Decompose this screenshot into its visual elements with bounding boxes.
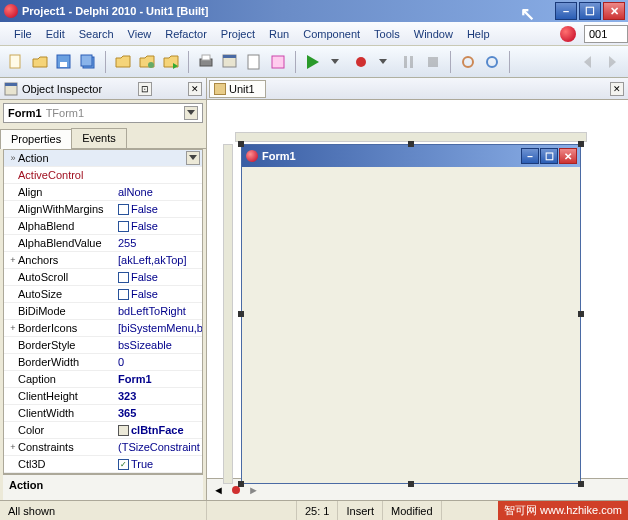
form-icon[interactable] [220, 52, 240, 72]
breakpoint-icon[interactable] [351, 52, 371, 72]
menu-component[interactable]: Component [297, 26, 366, 42]
checkbox-icon[interactable] [118, 289, 129, 300]
nav-back-icon[interactable] [578, 52, 598, 72]
menu-view[interactable]: View [122, 26, 158, 42]
pause-icon[interactable] [399, 52, 419, 72]
form-close-button[interactable]: ✕ [559, 148, 577, 164]
property-row[interactable]: BorderWidth0 [4, 354, 202, 371]
tab-properties[interactable]: Properties [0, 129, 72, 149]
nav-left-icon[interactable]: ◄ [207, 484, 230, 496]
close-button[interactable]: ✕ [603, 2, 625, 20]
property-row[interactable]: +BorderIcons[biSystemMenu,b [4, 320, 202, 337]
resize-handle[interactable] [238, 141, 244, 147]
tab-events[interactable]: Events [71, 128, 127, 148]
prop-value[interactable]: ✓True [118, 458, 202, 470]
object-selector[interactable]: Form1 TForm1 [3, 103, 203, 123]
checkbox-icon[interactable]: ✓ [118, 459, 129, 470]
nav-right-icon[interactable]: ► [242, 484, 265, 496]
run-icon[interactable] [303, 52, 323, 72]
property-row[interactable]: BiDiModebdLeftToRight [4, 303, 202, 320]
form-max-button[interactable]: ☐ [540, 148, 558, 164]
inspector-pin-icon[interactable]: ⊡ [138, 82, 152, 96]
form-client[interactable] [242, 167, 580, 483]
property-row[interactable]: ActiveControl [4, 167, 202, 184]
prop-value[interactable]: (TSizeConstraint [118, 441, 202, 453]
prop-value[interactable]: 255 [118, 237, 202, 249]
prop-value[interactable]: [biSystemMenu,b [118, 322, 202, 334]
stop-icon[interactable] [423, 52, 443, 72]
resize-handle[interactable] [578, 141, 584, 147]
prop-value[interactable]: False [118, 203, 202, 215]
unit-icon[interactable] [244, 52, 264, 72]
inspector-close-icon[interactable]: ✕ [188, 82, 202, 96]
new-icon[interactable] [6, 52, 26, 72]
property-row[interactable]: Ctl3D✓True [4, 456, 202, 473]
property-row[interactable]: AlignalNone [4, 184, 202, 201]
property-grid[interactable]: »ActionActiveControlAlignalNoneAlignWith… [3, 149, 203, 474]
tool2-icon[interactable] [482, 52, 502, 72]
saveall-icon[interactable] [78, 52, 98, 72]
resize-handle[interactable] [578, 481, 584, 487]
prop-value[interactable]: Form1 [118, 373, 202, 385]
property-row[interactable]: ClientWidth365 [4, 405, 202, 422]
property-row[interactable]: CaptionForm1 [4, 371, 202, 388]
menu-refactor[interactable]: Refactor [159, 26, 213, 42]
globe-icon[interactable] [560, 26, 576, 42]
resize-handle[interactable] [408, 481, 414, 487]
folder2-icon[interactable] [137, 52, 157, 72]
save-icon[interactable] [54, 52, 74, 72]
menu-edit[interactable]: Edit [40, 26, 71, 42]
menu-window[interactable]: Window [408, 26, 459, 42]
property-row[interactable]: +Anchors[akLeft,akTop] [4, 252, 202, 269]
prop-value[interactable]: 365 [118, 407, 202, 419]
prop-value[interactable]: 323 [118, 390, 202, 402]
checkbox-icon[interactable] [118, 221, 129, 232]
property-row[interactable]: ColorclBtnFace [4, 422, 202, 439]
resize-handle[interactable] [238, 481, 244, 487]
property-row[interactable]: »Action [4, 150, 202, 167]
form-min-button[interactable]: – [521, 148, 539, 164]
menu-file[interactable]: File [8, 26, 38, 42]
prop-value[interactable]: False [118, 288, 202, 300]
chevron-down-icon[interactable] [186, 151, 200, 165]
folder3-icon[interactable] [161, 52, 181, 72]
prop-value[interactable]: alNone [118, 186, 202, 198]
minimize-button[interactable]: – [555, 2, 577, 20]
resize-handle[interactable] [408, 141, 414, 147]
chevron-down-icon[interactable] [184, 106, 198, 120]
add-icon[interactable] [268, 52, 288, 72]
break-drop-icon[interactable] [375, 52, 395, 72]
menu-run[interactable]: Run [263, 26, 295, 42]
folder1-icon[interactable] [113, 52, 133, 72]
address-input[interactable] [584, 25, 628, 43]
property-row[interactable]: AlignWithMarginsFalse [4, 201, 202, 218]
resize-handle[interactable] [238, 311, 244, 317]
maximize-button[interactable]: ☐ [579, 2, 601, 20]
form-window[interactable]: Form1 – ☐ ✕ [241, 144, 581, 484]
prop-value[interactable]: clBtnFace [118, 424, 202, 436]
prop-value[interactable]: 0 [118, 356, 202, 368]
prop-value[interactable]: False [118, 271, 202, 283]
run-drop-icon[interactable] [327, 52, 347, 72]
nav-fwd-icon[interactable] [602, 52, 622, 72]
property-row[interactable]: AlphaBlendValue255 [4, 235, 202, 252]
tabs-close-icon[interactable]: ✕ [610, 82, 624, 96]
prop-value[interactable]: [akLeft,akTop] [118, 254, 202, 266]
property-row[interactable]: AutoScrollFalse [4, 269, 202, 286]
menu-project[interactable]: Project [215, 26, 261, 42]
form-designer[interactable]: Form1 – ☐ ✕ [207, 100, 628, 478]
prop-value[interactable]: bsSizeable [118, 339, 202, 351]
prop-value[interactable]: bdLeftToRight [118, 305, 202, 317]
menu-help[interactable]: Help [461, 26, 496, 42]
prop-value[interactable]: False [118, 220, 202, 232]
property-row[interactable]: AlphaBlendFalse [4, 218, 202, 235]
open-icon[interactable] [30, 52, 50, 72]
checkbox-icon[interactable] [118, 204, 129, 215]
property-row[interactable]: ClientHeight323 [4, 388, 202, 405]
tool1-icon[interactable] [458, 52, 478, 72]
property-row[interactable]: BorderStylebsSizeable [4, 337, 202, 354]
property-row[interactable]: AutoSizeFalse [4, 286, 202, 303]
checkbox-icon[interactable] [118, 272, 129, 283]
menu-search[interactable]: Search [73, 26, 120, 42]
resize-handle[interactable] [578, 311, 584, 317]
